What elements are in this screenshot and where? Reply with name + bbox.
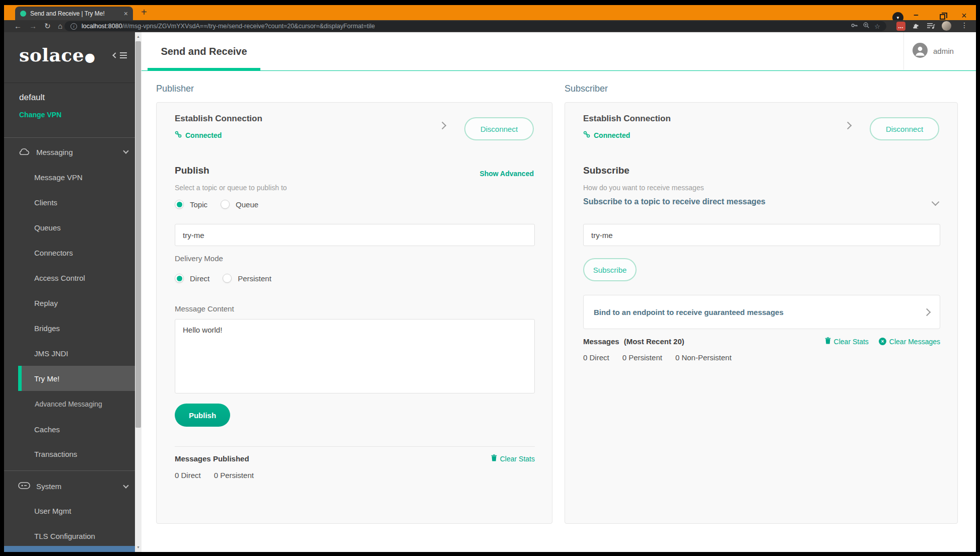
chevron-right-icon [923, 308, 931, 316]
chevron-right-icon[interactable] [844, 122, 852, 130]
sidebar-item-user-mgmt[interactable]: User Mgmt [18, 498, 135, 523]
sidebar-item-queues[interactable]: Queues [18, 215, 135, 240]
show-advanced-link[interactable]: Show Advanced [479, 170, 534, 178]
publisher-stats: 0 Direct 0 Persistent [175, 471, 254, 480]
screen: Send and Receive | Try Me! × + ▼ – × ← →… [0, 0, 980, 556]
section-label: Messaging [36, 148, 73, 156]
chevron-down-icon [123, 148, 128, 153]
reload-icon[interactable]: ↻ [44, 21, 51, 32]
item-label: Connectors [34, 249, 73, 257]
radio-topic[interactable]: Topic [175, 200, 207, 209]
sidebar-item-caches[interactable]: Caches [18, 417, 135, 441]
establish-connection-title[interactable]: Establish Connection [583, 114, 671, 124]
extensions-puzzle-icon[interactable] [912, 22, 920, 32]
publisher-disconnect-button[interactable]: Disconnect [464, 117, 534, 140]
sidebar-collapse-icon[interactable] [113, 52, 127, 58]
sidebar-item-tls-configuration[interactable]: TLS Configuration [18, 523, 135, 548]
chevron-right-icon[interactable] [439, 122, 447, 130]
forward-icon[interactable]: → [29, 21, 37, 32]
status-label: Connected [594, 131, 630, 139]
sidebar-item-clients[interactable]: Clients [18, 190, 135, 215]
bookmark-star-icon[interactable]: ☆ [874, 23, 880, 30]
message-content-textarea[interactable]: Hello world! [175, 319, 535, 393]
radio-unselected-icon[interactable] [221, 200, 230, 209]
trash-icon [825, 337, 831, 346]
extension-adblock-icon[interactable]: ••• [896, 22, 905, 31]
user-menu[interactable]: admin [903, 32, 976, 70]
user-avatar-icon [913, 43, 928, 60]
vertical-scrollbar[interactable]: ▲ ▼ [135, 32, 142, 552]
subscriber-clear-stats-link[interactable]: Clear Stats [825, 337, 869, 346]
new-tab-button[interactable]: + [141, 7, 147, 18]
subscribe-topic-input[interactable] [583, 224, 940, 246]
publish-topic-input[interactable] [175, 224, 535, 246]
zoom-icon[interactable] [863, 22, 870, 31]
browser-profile-avatar[interactable] [942, 21, 951, 31]
stat-persistent: 0 Persistent [214, 471, 254, 480]
back-icon[interactable]: ← [14, 21, 22, 32]
messages-title: Messages [583, 337, 619, 346]
establish-connection-title[interactable]: Establish Connection [175, 114, 262, 124]
sidebar-section-system[interactable]: System [18, 474, 135, 498]
window-close-button[interactable]: × [961, 11, 967, 21]
item-label: Advanced Messaging [35, 400, 102, 408]
tab-send-and-receive[interactable]: Send and Receive [148, 32, 260, 70]
scroll-up-icon[interactable]: ▲ [135, 33, 142, 40]
scroll-down-icon[interactable]: ▼ [135, 544, 142, 551]
messages-row: Messages (Most Recent 20) Clear Stats × … [583, 337, 940, 346]
sidebar-item-message-vpn[interactable]: Message VPN [18, 165, 135, 190]
stat-direct: 0 Direct [583, 353, 609, 362]
scrollbar-thumb[interactable] [135, 41, 141, 428]
link-label: Clear Stats [834, 338, 869, 346]
horizontal-scrollbar[interactable] [4, 546, 135, 552]
bind-endpoint-row[interactable]: Bind to an endpoint to receive guarantee… [583, 295, 940, 329]
messages-actions: Clear Stats × Clear Messages [825, 337, 940, 346]
publisher-heading: Publisher [156, 84, 194, 94]
messages-published-title: Messages Published [175, 454, 249, 463]
subscriber-disconnect-button[interactable]: Disconnect [870, 117, 939, 140]
publish-button[interactable]: Publish [175, 404, 230, 427]
address-bar[interactable]: i localhost:8080/#/msg-vpns/ZGVmYXVsdA==… [64, 21, 886, 31]
link-icon [175, 131, 182, 139]
site-info-icon[interactable]: i [71, 23, 77, 30]
clear-messages-link[interactable]: × Clear Messages [879, 337, 940, 346]
sidebar-item-transactions[interactable]: Transactions [18, 441, 135, 466]
change-vpn-link[interactable]: Change VPN [19, 111, 61, 119]
stat-direct: 0 Direct [175, 471, 201, 480]
browser-tab-strip: Send and Receive | Try Me! × + ▼ – × [4, 5, 976, 20]
logo-text: solace [19, 44, 84, 65]
chevron-down-icon [932, 198, 940, 206]
playlist-extension-icon[interactable] [927, 22, 935, 32]
sidebar-item-access-control[interactable]: Access Control [18, 265, 135, 290]
sidebar-item-bridges[interactable]: Bridges [18, 315, 135, 341]
sidebar-section-messaging[interactable]: Messaging [18, 139, 135, 165]
radio-unselected-icon[interactable] [223, 274, 232, 283]
radio-direct[interactable]: Direct [175, 274, 209, 283]
sidebar-item-connectors[interactable]: Connectors [18, 240, 135, 265]
password-key-icon[interactable] [851, 22, 858, 31]
radio-queue[interactable]: Queue [221, 200, 258, 209]
sidebar-item-advanced-messaging[interactable]: Advanced Messaging [18, 391, 135, 417]
browser-menu-icon[interactable]: ⋮ [961, 21, 968, 29]
logo-dot-icon: ● [85, 50, 95, 64]
radio-persistent[interactable]: Persistent [223, 274, 271, 283]
window-minimize-button[interactable]: – [914, 10, 918, 20]
home-icon[interactable]: ⌂ [58, 21, 62, 32]
current-vpn-name: default [19, 93, 45, 103]
subscribe-mode-dropdown[interactable]: Subscribe to a topic to receive direct m… [583, 197, 940, 206]
connection-status: Connected [583, 131, 630, 139]
sidebar-item-jms-jndi[interactable]: JMS JNDI [18, 341, 135, 366]
radio-selected-icon[interactable] [175, 274, 184, 283]
publisher-clear-stats-link[interactable]: Clear Stats [491, 454, 535, 463]
sidebar-item-try-me-active[interactable]: Try Me! [18, 366, 135, 391]
sidebar-item-replay[interactable]: Replay [18, 290, 135, 315]
url-text[interactable]: localhost:8080/#/msg-vpns/ZGVmYXVsdA==/t… [82, 23, 846, 30]
window-restore-icon[interactable] [940, 14, 945, 20]
radio-selected-icon[interactable] [175, 200, 184, 209]
subscribe-button[interactable]: Subscribe [583, 258, 637, 281]
item-label: Caches [34, 425, 60, 434]
tab-close-icon[interactable]: × [124, 10, 128, 17]
sidebar-nav: Messaging Message VPN Clients Queues Con… [18, 139, 135, 548]
browser-tab[interactable]: Send and Receive | Try Me! × [15, 7, 133, 20]
item-label: User Mgmt [34, 507, 71, 515]
